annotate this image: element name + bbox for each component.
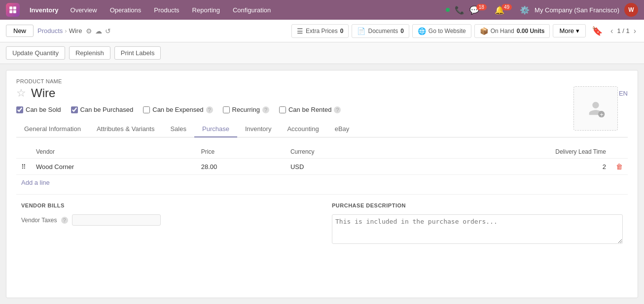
- main-content: Product Name ☆ EN + Can be Sold: [6, 70, 638, 298]
- breadcrumb-products[interactable]: Products: [37, 27, 63, 34]
- checkboxes-row: Can be Sold Can be Purchased Can be Expe…: [16, 106, 628, 113]
- cloud-icon[interactable]: ☁: [95, 27, 102, 35]
- vendor-col-handle: [16, 145, 31, 159]
- tab-sales[interactable]: Sales: [162, 121, 194, 137]
- tab-purchase[interactable]: Purchase: [194, 121, 237, 137]
- can-be-expensed-checkbox[interactable]: Can be Expensed ?: [143, 106, 213, 113]
- undo-icon[interactable]: ↺: [105, 27, 111, 35]
- company-name[interactable]: My Company (San Francisco): [535, 6, 619, 14]
- action-buttons: ☰ Extra Prices 0 📄 Documents 0 🌐 Go to W…: [291, 24, 638, 38]
- chat-icon[interactable]: 💬18: [469, 5, 490, 15]
- product-form-top: Product Name ☆ EN +: [16, 78, 628, 100]
- nav-items: Overview Operations Products Reporting C…: [69, 5, 438, 15]
- extra-prices-button[interactable]: ☰ Extra Prices 0: [291, 24, 349, 38]
- tab-general[interactable]: General Information: [16, 121, 89, 137]
- vendor-price[interactable]: 28.00: [196, 159, 286, 175]
- right-icons: 📞 💬18 🔔49 ⚙️ My Company (San Francisco) …: [446, 3, 638, 17]
- recurring-help-icon[interactable]: ?: [262, 106, 269, 113]
- vendor-delivery[interactable]: 2: [402, 159, 611, 175]
- app-name[interactable]: Inventory: [28, 5, 61, 15]
- vendor-delete[interactable]: 🗑: [611, 159, 628, 175]
- vendor-bills-header: VENDOR BILLS: [16, 203, 317, 208]
- avatar[interactable]: W: [624, 3, 638, 17]
- new-button[interactable]: New: [6, 25, 34, 37]
- vendor-table: Vendor Price Currency Delivery Lead Time…: [16, 145, 628, 175]
- vendor-col-currency: Currency: [286, 145, 402, 159]
- nav-configuration[interactable]: Configuration: [231, 5, 273, 15]
- go-to-website-label: Go to Website: [429, 28, 466, 34]
- help-icon-taxes[interactable]: ?: [61, 217, 68, 224]
- nav-reporting[interactable]: Reporting: [190, 5, 222, 15]
- documents-label: Documents: [368, 28, 398, 34]
- vendor-name[interactable]: Wood Corner: [31, 159, 196, 175]
- activity-badge: 49: [501, 4, 512, 10]
- purchase-description-textarea[interactable]: [332, 214, 623, 244]
- recurring-checkbox[interactable]: Recurring ?: [223, 106, 269, 113]
- documents-button[interactable]: 📄 Documents 0: [352, 24, 409, 38]
- update-quantity-button[interactable]: Update Quantity: [6, 46, 65, 60]
- print-labels-button[interactable]: Print Labels: [114, 46, 161, 60]
- nav-operations[interactable]: Operations: [108, 5, 143, 15]
- tab-attributes[interactable]: Attributes & Variants: [89, 121, 163, 137]
- purchase-tab-content: Vendor Price Currency Delivery Lead Time…: [16, 137, 628, 255]
- delete-vendor-button[interactable]: 🗑: [616, 163, 623, 170]
- gear-icon[interactable]: ⚙: [86, 27, 92, 35]
- add-line-button[interactable]: Add a line: [16, 175, 55, 190]
- phone-icon[interactable]: 📞: [455, 5, 465, 15]
- tabs: General Information Attributes & Variant…: [16, 121, 628, 137]
- product-name-row: ☆ EN: [16, 86, 628, 100]
- hand-icon: 📦: [480, 27, 488, 35]
- vendor-taxes-input[interactable]: [72, 214, 161, 226]
- chevron-down-icon: ▾: [576, 27, 579, 34]
- breadcrumb-separator: ›: [65, 27, 67, 34]
- action-bar: Update Quantity Replenish Print Labels: [0, 42, 644, 64]
- replenish-button[interactable]: Replenish: [69, 46, 110, 60]
- more-button[interactable]: More ▾: [553, 24, 586, 37]
- vendor-col-delivery: Delivery Lead Time: [402, 145, 611, 159]
- go-to-website-button[interactable]: 🌐 Go to Website: [412, 24, 471, 38]
- bookmark-button[interactable]: 🔖: [589, 26, 606, 36]
- tab-accounting[interactable]: Accounting: [279, 121, 326, 137]
- product-name-label: Product Name: [16, 78, 628, 84]
- on-hand-value: 0.00 Units: [517, 28, 545, 34]
- favorite-button[interactable]: ☆: [16, 87, 26, 100]
- activity-icon[interactable]: 🔔49: [495, 5, 515, 15]
- product-name-input[interactable]: [31, 86, 610, 100]
- vendor-bills-section: VENDOR BILLS Vendor Taxes ?: [16, 203, 317, 247]
- rented-help-icon[interactable]: ?: [334, 106, 341, 113]
- purchase-description-section: PURCHASE DESCRIPTION: [327, 203, 628, 247]
- purchase-description-header: PURCHASE DESCRIPTION: [327, 203, 628, 208]
- svg-rect-2: [9, 10, 12, 13]
- vendor-taxes-row: Vendor Taxes ?: [16, 212, 317, 228]
- vendor-col-price: Price: [196, 145, 286, 159]
- website-icon: 🌐: [418, 27, 426, 35]
- language-button[interactable]: EN: [619, 90, 628, 97]
- pagination: ‹ 1 / 1 ›: [608, 27, 638, 35]
- svg-rect-1: [13, 6, 16, 9]
- expensed-help-icon[interactable]: ?: [206, 106, 213, 113]
- nav-overview[interactable]: Overview: [69, 5, 99, 15]
- documents-count: 0: [400, 28, 404, 34]
- status-dot: [446, 8, 450, 12]
- vendor-currency[interactable]: USD: [286, 159, 402, 175]
- next-button[interactable]: ›: [632, 27, 638, 35]
- photo-placeholder[interactable]: +: [573, 86, 618, 131]
- can-be-sold-checkbox[interactable]: Can be Sold: [16, 106, 61, 113]
- pagination-text: 1 / 1: [617, 27, 629, 34]
- breadcrumb-current: Wire: [69, 27, 82, 34]
- settings-icon[interactable]: ⚙️: [520, 5, 530, 15]
- nav-products[interactable]: Products: [152, 5, 181, 15]
- breadcrumb-icons: ⚙ ☁ ↺: [86, 27, 111, 35]
- can-be-purchased-checkbox[interactable]: Can be Purchased: [71, 106, 134, 113]
- drag-handle[interactable]: ⠿: [16, 159, 31, 175]
- app-icon[interactable]: [6, 3, 20, 17]
- prev-button[interactable]: ‹: [608, 27, 615, 35]
- tab-ebay[interactable]: eBay: [327, 121, 358, 137]
- svg-rect-0: [9, 6, 12, 9]
- doc-icon: 📄: [357, 27, 365, 35]
- tab-inventory[interactable]: Inventory: [237, 121, 279, 137]
- extra-prices-label: Extra Prices: [306, 28, 338, 34]
- can-be-rented-checkbox[interactable]: Can be Rented ?: [279, 106, 341, 113]
- list-icon: ☰: [297, 27, 303, 35]
- on-hand-button[interactable]: 📦 On Hand 0.00 Units: [474, 24, 550, 38]
